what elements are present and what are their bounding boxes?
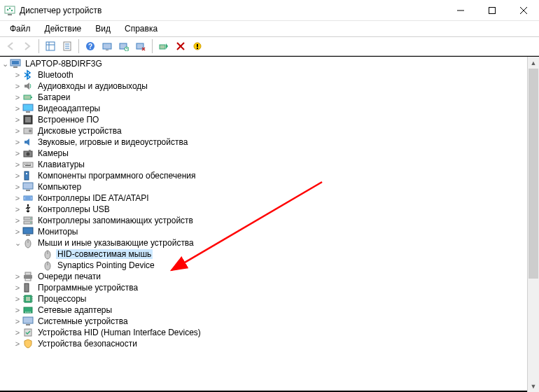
tree-node-label: Аудиовходы и аудиовыходы	[36, 81, 149, 91]
tree-category-node[interactable]: > Компоненты программного обеспечения	[0, 170, 527, 181]
tree-root-node[interactable]: ⌄ LAPTOP-8BDIRF3G	[0, 58, 527, 69]
svg-rect-19	[106, 50, 108, 50]
expander-icon[interactable]: >	[13, 92, 22, 102]
expander-icon[interactable]: >	[13, 104, 22, 113]
tree-node-label: Контроллеры USB	[36, 204, 111, 214]
softdev-icon	[22, 282, 34, 293]
tree-node-label: Батареи	[36, 92, 71, 102]
menu-view[interactable]: Вид	[88, 22, 118, 35]
scroll-thumb[interactable]	[528, 69, 538, 279]
back-button[interactable]	[3, 38, 18, 54]
toolbar-sep	[152, 39, 153, 53]
tree-node-label: Видеоадаптеры	[36, 104, 102, 113]
tree-category-node[interactable]: > Видеоадаптеры	[0, 103, 527, 114]
tree-scrollbar[interactable]: ▲ ▼	[527, 57, 539, 392]
svg-rect-42	[29, 150, 31, 151]
tree-category-node[interactable]: > Процессоры	[0, 293, 527, 304]
show-hidden-button[interactable]	[43, 38, 58, 54]
svg-rect-45	[26, 164, 27, 164]
expander-icon[interactable]: >	[13, 137, 22, 147]
minimize-button[interactable]	[444, 0, 476, 20]
svg-rect-50	[24, 172, 29, 180]
tree-device-node[interactable]: Synaptics Pointing Device	[0, 260, 527, 271]
svg-rect-62	[23, 227, 33, 234]
ide-icon	[22, 192, 34, 204]
disable-device-button[interactable]	[173, 38, 188, 54]
tree-category-node[interactable]: > Дисковые устройства	[0, 125, 527, 136]
expander-icon[interactable]: >	[13, 216, 22, 225]
uninstall-button[interactable]	[133, 38, 148, 54]
expander-icon[interactable]: >	[13, 283, 22, 293]
svg-point-39	[29, 130, 31, 132]
tree-category-node[interactable]: > Устройства HID (Human Interface Device…	[0, 327, 527, 338]
tree-category-node[interactable]: > Программные устройства	[0, 282, 527, 293]
scroll-down-arrow[interactable]: ▼	[528, 380, 539, 392]
svg-rect-63	[26, 234, 30, 236]
scroll-up-arrow[interactable]: ▲	[528, 57, 539, 69]
titlebar: Диспетчер устройств	[0, 0, 539, 21]
tree-category-node[interactable]: > Аудиовходы и аудиовыходы	[0, 80, 527, 92]
expander-icon[interactable]: >	[13, 227, 22, 237]
expander-icon[interactable]: ⌄	[0, 59, 10, 69]
tree-category-node[interactable]: > Устройства безопасности	[0, 338, 527, 349]
tree-category-node[interactable]: > Батареи	[0, 92, 527, 103]
network-icon	[22, 304, 34, 316]
expander-icon[interactable]: >	[13, 328, 22, 337]
tree-category-node[interactable]: > Системные устройства	[0, 316, 527, 327]
tree-category-node[interactable]: > Камеры	[0, 148, 527, 159]
expander-icon[interactable]: ⌄	[13, 238, 22, 248]
expander-icon[interactable]: >	[13, 339, 22, 349]
expander-icon[interactable]: >	[13, 81, 22, 91]
expander-icon[interactable]: >	[13, 193, 22, 203]
monitor-icon	[22, 226, 34, 237]
expander-icon[interactable]: >	[13, 204, 22, 214]
update-driver-button[interactable]	[116, 38, 132, 54]
tree-category-node[interactable]: > Bluetooth	[0, 69, 527, 80]
enable-device-button[interactable]	[156, 38, 172, 54]
expander-icon[interactable]: >	[13, 316, 22, 326]
tree-category-node[interactable]: > Встроенное ПО	[0, 114, 527, 125]
tree-category-node[interactable]: > Клавиатуры	[0, 159, 527, 170]
expander-icon[interactable]: >	[13, 70, 22, 80]
tree-category-node[interactable]: > Звуковые, игровые и видеоустройства	[0, 136, 527, 148]
usb-icon	[22, 204, 34, 215]
remove-device-button[interactable]	[190, 38, 205, 54]
maximize-button[interactable]	[476, 0, 507, 20]
svg-rect-71	[25, 272, 31, 275]
svg-rect-18	[103, 43, 111, 49]
tree-category-node[interactable]: > Контроллеры IDE ATA/ATAPI	[0, 192, 527, 204]
expander-icon[interactable]: >	[13, 272, 22, 281]
svg-point-60	[30, 218, 31, 219]
security-icon	[22, 338, 34, 349]
expander-icon[interactable]: >	[13, 160, 22, 169]
mouse-icon	[42, 248, 53, 260]
close-button[interactable]	[507, 0, 539, 20]
hid-icon	[22, 327, 34, 338]
expander-icon[interactable]: >	[13, 305, 22, 315]
scan-hardware-button[interactable]	[99, 38, 115, 54]
menu-file[interactable]: Файл	[3, 22, 38, 35]
device-tree[interactable]: ⌄ LAPTOP-8BDIRF3G > Bluetooth > Аудиовхо…	[0, 57, 527, 392]
expander-icon[interactable]: >	[13, 126, 22, 136]
svg-rect-27	[197, 44, 198, 47]
expander-icon[interactable]: >	[13, 171, 22, 181]
tree-category-node[interactable]: > Сетевые адаптеры	[0, 304, 527, 316]
expander-icon[interactable]: >	[13, 294, 22, 304]
help-button[interactable]: ?	[83, 38, 98, 54]
expander-icon[interactable]: >	[13, 182, 22, 192]
mouse-icon	[42, 260, 53, 271]
tree-device-node[interactable]: HID-совместимая мышь	[0, 248, 527, 260]
tree-category-node[interactable]: > Компьютер	[0, 181, 527, 192]
properties-button[interactable]	[59, 38, 75, 54]
tree-category-node[interactable]: > Контроллеры USB	[0, 204, 527, 215]
menu-action[interactable]: Действие	[38, 22, 89, 35]
tree-category-node[interactable]: > Контроллеры запоминающих устройств	[0, 215, 527, 226]
tree-category-node[interactable]: > Очереди печати	[0, 271, 527, 282]
expander-icon[interactable]: >	[13, 148, 22, 158]
menu-help[interactable]: Справка	[118, 22, 164, 35]
expander-icon[interactable]: >	[13, 115, 22, 125]
tree-category-mice[interactable]: ⌄ Мыши и иные указывающие устройства	[0, 237, 527, 248]
tree-category-node[interactable]: > Мониторы	[0, 226, 527, 237]
svg-rect-33	[31, 97, 32, 98]
forward-button[interactable]	[20, 38, 35, 54]
